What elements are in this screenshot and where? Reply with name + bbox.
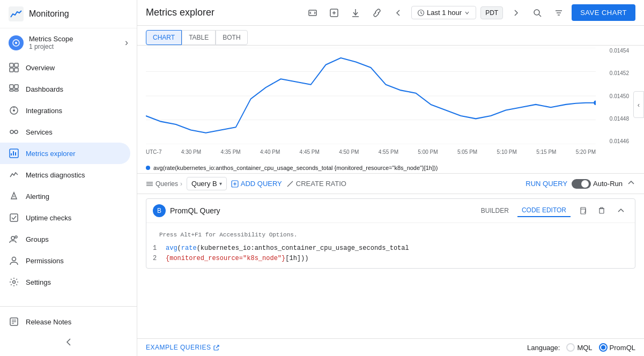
add-query-label: ADD QUERY — [241, 180, 282, 188]
sidebar-item-services[interactable]: Services — [0, 121, 130, 143]
link-icon[interactable] — [368, 4, 386, 21]
sidebar-item-label: Services — [26, 128, 53, 136]
sidebar-item-label: Overview — [26, 64, 55, 72]
language-label: Language: — [527, 344, 560, 352]
sidebar-item-metrics-diagnostics[interactable]: Metrics diagnostics — [0, 164, 130, 186]
query-editor: B PromQL Query BUILDER CODE EDITOR Press… — [146, 198, 635, 269]
svg-rect-10 — [14, 90, 18, 91]
services-icon — [9, 127, 19, 137]
delete-query-icon[interactable] — [594, 203, 609, 218]
save-chart-button[interactable]: SAVE CHART — [572, 4, 635, 21]
sidebar-item-label: Permissions — [26, 257, 64, 265]
sidebar-item-settings[interactable]: Settings — [0, 271, 130, 293]
collapse-editor-icon[interactable] — [613, 203, 628, 218]
x-label: 4:35 PM — [220, 149, 240, 155]
next-time-icon[interactable] — [507, 4, 524, 21]
x-label: 5:20 PM — [576, 149, 596, 155]
svg-point-15 — [14, 130, 18, 134]
svg-point-22 — [14, 198, 14, 199]
scope-title: Metrics Scope — [29, 35, 120, 43]
x-label: UTC-7 — [146, 149, 161, 155]
toggle-knob — [581, 180, 589, 188]
auto-run-toggle-switch[interactable] — [572, 179, 591, 189]
sidebar-item-alerting[interactable]: Alerting — [0, 186, 130, 207]
sidebar-item-groups[interactable]: Groups — [0, 228, 130, 250]
sidebar-item-label: Metrics explorer — [26, 150, 75, 158]
sidebar-item-release-notes[interactable]: Release Notes — [0, 311, 130, 332]
sidebar-item-uptime-checks[interactable]: Uptime checks — [0, 207, 130, 228]
svg-rect-7 — [10, 85, 13, 88]
sidebar-collapse-btn[interactable] — [0, 332, 137, 352]
metrics-scope-section[interactable]: Metrics Scope 1 project › — [0, 28, 137, 57]
chevron-right-icon: › — [125, 37, 128, 48]
x-label: 4:45 PM — [300, 149, 320, 155]
x-label: 4:40 PM — [260, 149, 280, 155]
query-bar: Queries › Query B ▾ ADD QUERY CREATE RAT… — [137, 174, 644, 194]
integrations-icon — [9, 105, 19, 116]
y-label: 0.01450 — [610, 93, 629, 99]
sidebar-item-permissions[interactable]: Permissions — [0, 250, 130, 271]
settings-icon — [9, 277, 19, 287]
sidebar-item-overview[interactable]: Overview — [0, 57, 130, 78]
query-selector[interactable]: Query B ▾ — [187, 177, 227, 190]
uptime-checks-icon — [9, 212, 19, 223]
download-icon[interactable] — [347, 4, 364, 21]
auto-run-toggle[interactable]: Auto-Run — [572, 179, 623, 189]
chart-legend: avg(rate(kubernetes_io:anthos_container_… — [137, 164, 644, 174]
time-range-selector[interactable]: Last 1 hour — [411, 6, 476, 19]
search-icon[interactable] — [529, 4, 546, 21]
promql-radio-button[interactable] — [599, 343, 608, 352]
y-axis-labels: 0.01454 0.01452 0.01450 0.01448 0.01446 — [610, 48, 629, 144]
chevron-down-icon: ▾ — [219, 181, 222, 187]
chart-view-tabs: CHART TABLE BOTH — [146, 30, 248, 45]
mql-radio-group[interactable]: MQL — [566, 343, 592, 352]
sidebar-item-label: Groups — [26, 235, 49, 243]
code-line-1: 1 avg(rate(kubernetes_io:anthos_containe… — [153, 243, 628, 254]
svg-point-39 — [534, 10, 539, 15]
svg-line-59 — [216, 345, 219, 348]
create-ratio-button[interactable]: CREATE RATIO — [286, 180, 346, 188]
legend-text: avg(rate(kubernetes_io:anthos_container_… — [153, 165, 438, 171]
prev-time-icon[interactable] — [390, 4, 407, 21]
language-selector: Language: MQL PromQL — [527, 343, 635, 352]
mql-label: MQL — [577, 344, 592, 352]
svg-rect-5 — [10, 68, 13, 72]
scope-subtitle: 1 project — [29, 43, 120, 50]
promql-radio-group[interactable]: PromQL — [599, 343, 635, 352]
tab-code-editor[interactable]: CODE EDITOR — [517, 204, 571, 217]
code-line-2: 2 {monitored_resource="k8s_node"}[1h])) — [153, 254, 628, 264]
embed-icon[interactable] — [304, 4, 321, 21]
svg-point-49 — [594, 100, 596, 105]
tab-builder[interactable]: BUILDER — [477, 205, 513, 217]
sidebar-item-integrations[interactable]: Integrations — [0, 100, 130, 121]
sidebar-bottom: Release Notes — [0, 306, 137, 356]
topbar: Metrics explorer Last 1 hour PDT — [137, 0, 644, 26]
add-query-button[interactable]: ADD QUERY — [231, 180, 282, 188]
tab-table[interactable]: TABLE — [182, 30, 216, 45]
query-code-area[interactable]: Press Alt+F1 for Accessibility Options. … — [146, 223, 635, 268]
query-bar-collapse-btn[interactable] — [627, 179, 635, 189]
filter-icon[interactable] — [550, 4, 567, 21]
svg-rect-4 — [14, 63, 18, 67]
svg-point-2 — [15, 42, 17, 44]
run-query-button[interactable]: RUN QUERY — [525, 180, 567, 188]
code-content: avg(rate(kubernetes_io:anthos_container_… — [166, 243, 409, 254]
example-queries-link[interactable]: EXAMPLE QUERIES — [146, 344, 220, 351]
copy-query-icon[interactable] — [575, 203, 590, 218]
sidebar-item-label: Settings — [26, 278, 51, 286]
sidebar-item-metrics-explorer[interactable]: Metrics explorer — [0, 143, 130, 164]
tab-chart[interactable]: CHART — [146, 30, 182, 45]
svg-rect-9 — [10, 90, 13, 91]
mql-radio-button[interactable] — [566, 343, 575, 352]
line-number: 2 — [153, 254, 159, 264]
query-badge: B — [153, 204, 166, 217]
collapse-panel-btn[interactable]: ‹ — [633, 91, 644, 118]
tab-both[interactable]: BOTH — [216, 30, 247, 45]
svg-rect-8 — [14, 85, 18, 88]
query-selector-label: Query B — [191, 180, 217, 188]
sidebar-item-dashboards[interactable]: Dashboards — [0, 78, 130, 100]
add-chart-icon[interactable] — [325, 4, 343, 21]
metrics-diagnostics-icon — [9, 169, 19, 180]
svg-rect-57 — [581, 209, 586, 214]
sidebar-item-label: Release Notes — [26, 318, 71, 326]
